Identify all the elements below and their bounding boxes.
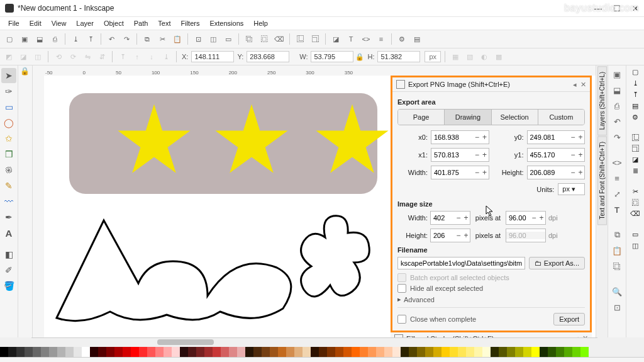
lower-icon[interactable]: ↓ (145, 50, 158, 63)
swatch[interactable] (450, 347, 458, 357)
dropper-tool[interactable]: ✐ (1, 263, 16, 278)
docprops-button[interactable]: ▤ (410, 32, 424, 46)
clone-button[interactable]: ⿴ (257, 32, 271, 46)
panel-iconify-button[interactable]: ◂ (573, 81, 577, 89)
rect-tool[interactable]: ▭ (1, 99, 16, 115)
export-tab-selection[interactable]: Selection (492, 110, 538, 125)
swatch[interactable] (16, 347, 25, 357)
swatch[interactable] (303, 347, 311, 357)
swatch[interactable] (507, 347, 515, 357)
swatch[interactable] (531, 347, 540, 357)
swatch[interactable] (131, 347, 139, 357)
sel-layer-icon[interactable]: ◪ (17, 50, 30, 63)
swatch[interactable] (65, 347, 74, 357)
menu-object[interactable]: Object (99, 18, 128, 28)
swatch[interactable] (499, 347, 507, 357)
zoom-drawing-button[interactable]: ◫ (206, 32, 220, 46)
close-button[interactable]: ✕ (632, 4, 639, 13)
swatch[interactable] (180, 347, 188, 357)
swatch[interactable] (572, 347, 580, 357)
menu-filters[interactable]: Filters (177, 18, 204, 28)
snap-toggle[interactable]: 🔒 (20, 67, 30, 77)
lower-bot-icon[interactable]: ⤓ (160, 50, 172, 63)
swatch[interactable] (548, 347, 556, 357)
flip-h-icon[interactable]: ⇋ (81, 50, 94, 63)
flip-v-icon[interactable]: ⇵ (96, 50, 108, 63)
ungroup-icon[interactable]: ⿹ (632, 145, 639, 152)
swatch[interactable] (466, 347, 474, 357)
img-width-input[interactable]: −+ (430, 211, 470, 225)
clone-icon[interactable]: ⿴ (632, 199, 639, 206)
bucket-tool[interactable]: 🪣 (1, 278, 16, 293)
swatch[interactable] (278, 347, 286, 357)
node-tool[interactable]: ✑ (1, 84, 16, 99)
swatch[interactable] (270, 347, 278, 357)
move-gradient-icon[interactable]: ◐ (478, 50, 491, 63)
swatch[interactable] (360, 347, 368, 357)
transform-icon[interactable]: ⤢ (611, 188, 623, 200)
swatch[interactable] (327, 347, 335, 357)
menu-text[interactable]: Text (153, 18, 175, 28)
x-value[interactable]: 148.111 (191, 51, 234, 62)
rot-cw-icon[interactable]: ⟳ (67, 50, 79, 63)
menu-layer[interactable]: Layer (72, 18, 98, 28)
unlink-clone-button[interactable]: ⌫ (272, 32, 286, 46)
new-doc-button[interactable]: ▢ (3, 32, 16, 46)
calligraphy-tool[interactable]: ✒ (1, 210, 16, 225)
pencil-tool[interactable]: ✎ (1, 178, 16, 193)
swatch[interactable] (229, 347, 237, 357)
star-shape-3[interactable] (314, 104, 390, 176)
new-icon[interactable]: ▢ (632, 68, 638, 76)
star-shape-2[interactable] (214, 104, 289, 176)
swatch[interactable] (164, 347, 172, 357)
swatch[interactable] (196, 347, 204, 357)
prefs-icon[interactable]: ⚙ (632, 113, 638, 122)
print-icon[interactable]: ⎙ (611, 99, 623, 112)
scale-corners-icon[interactable]: ▧ (464, 50, 476, 63)
swatch[interactable] (106, 347, 114, 357)
layers-icon[interactable]: ≣ (633, 167, 638, 175)
y1-input[interactable]: −+ (527, 148, 586, 162)
export-as-button[interactable]: 🗀Export As... (529, 257, 585, 269)
text-tool[interactable]: A (1, 225, 16, 240)
swatch[interactable] (425, 347, 433, 357)
ungroup-button[interactable]: ⿹ (308, 32, 322, 46)
hide-checkbox[interactable] (397, 284, 406, 293)
y0-input[interactable]: −+ (527, 130, 586, 144)
swatch[interactable] (540, 347, 548, 357)
swatch[interactable] (57, 347, 65, 357)
align-dlg-button[interactable]: ≡ (374, 32, 388, 46)
menu-view[interactable]: View (47, 18, 71, 28)
copy-icon[interactable]: ⧉ (611, 229, 623, 241)
import-icon[interactable]: ⤓ (633, 79, 638, 88)
swatch[interactable] (286, 347, 294, 357)
horizontal-scrollbar[interactable] (31, 337, 597, 347)
swatch[interactable] (335, 347, 343, 357)
panel-close-button[interactable]: ✕ (580, 81, 586, 89)
swatch[interactable] (114, 347, 123, 357)
swatch[interactable] (82, 347, 90, 357)
swatch[interactable] (33, 347, 41, 357)
x0-input[interactable]: −+ (431, 130, 489, 144)
swatch[interactable] (482, 347, 491, 357)
swatch[interactable] (343, 347, 352, 357)
swatch[interactable] (441, 347, 450, 357)
xml-editor-button[interactable]: <> (359, 32, 373, 46)
menu-extensions[interactable]: Extensions (205, 18, 248, 28)
fillstroke-dlg-button[interactable]: ◪ (329, 32, 343, 46)
swatch[interactable] (147, 347, 155, 357)
swatch[interactable] (523, 347, 531, 357)
export-tab-custom[interactable]: Custom (538, 110, 584, 125)
cut-icon[interactable]: ✂ (633, 188, 638, 196)
minimize-button[interactable]: — (594, 4, 602, 13)
zoom-1-1-icon[interactable]: ◫ (632, 242, 638, 250)
swatch[interactable] (8, 347, 16, 357)
swatch[interactable] (74, 347, 82, 357)
zoom-fit-button[interactable]: ⊡ (191, 32, 205, 46)
swatch[interactable] (155, 347, 164, 357)
print-button[interactable]: ⎙ (48, 32, 62, 46)
menu-file[interactable]: File (4, 18, 24, 28)
raise-icon[interactable]: ↑ (131, 50, 143, 63)
swatch[interactable] (49, 347, 57, 357)
swatch[interactable] (237, 347, 245, 357)
